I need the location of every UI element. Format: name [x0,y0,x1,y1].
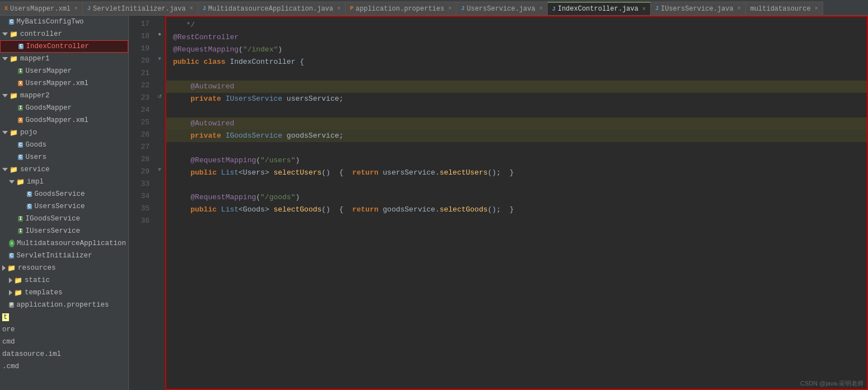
tab-application-props[interactable]: P application.properties × [346,2,456,15]
close-icon[interactable]: × [815,6,818,12]
gutter-item [154,102,165,114]
tab-indexcontroller[interactable]: J IndexController.java × [548,2,651,15]
line-num: 26 [133,129,150,141]
sidebar-item-static[interactable]: 📁 static [0,274,128,286]
sidebar-item-mybatisconfigtwo[interactable]: C MyBatisConfigTwo [0,16,128,28]
code-line-21 [166,68,867,81]
gutter-item: ● [154,28,165,40]
line-num: 29 [133,166,150,178]
close-icon[interactable]: × [539,6,543,12]
sidebar-item-usersmapper-xml[interactable]: X UsersMapper.xml [0,77,128,90]
close-icon[interactable]: × [337,6,340,12]
item-label: GoodsMapper.xml [25,116,88,124]
item-label: datasource.iml [2,350,61,358]
item-label: cmd [2,338,15,346]
item-label: GoodsService [34,190,85,198]
fold-icon[interactable]: ▼ [158,167,161,173]
item-label: resources [18,264,56,272]
item-label: IndexController [26,43,89,50]
gutter-item: ↺ [154,90,165,102]
close-icon[interactable]: × [448,6,451,12]
sidebar-item-goodsservice[interactable]: C GoodsService [0,188,128,200]
sidebar-item-impl[interactable]: 📁 impl [0,176,128,188]
tab-multidatasource-app[interactable]: J MultidatasourceApplication.java × [198,2,346,15]
sidebar-item-cmd[interactable]: cmd [0,336,128,348]
tab-usersmapper-xml[interactable]: X UsersMapper.xml × [0,2,83,15]
sidebar-item-multidatasourceapp[interactable]: S MultidatasourceApplication [0,237,128,250]
line-num: 33 [133,178,150,190]
folder-icon: 📁 [14,276,22,285]
tab-label: ServletInitializer.java [93,5,186,13]
spring-icon: S [9,239,15,247]
props-icon: P [9,302,14,308]
fold-icon[interactable]: ▼ [158,56,161,62]
java-icon: J [655,6,659,12]
line-num: 17 [133,18,150,30]
sidebar-item-indexcontroller[interactable]: C IndexController [0,40,128,53]
tab-multidatasource[interactable]: multidatasource × [746,2,823,15]
editor-area: 17 18 19 20 21 22 23 24 25 26 27 28 29 3… [129,16,868,390]
sidebar-item-users[interactable]: C Users [0,151,128,163]
code-line-24 [166,105,867,118]
sidebar-item-t[interactable]: t [0,311,128,323]
close-icon[interactable]: × [190,6,193,12]
gutter-item [154,188,165,200]
tab-servletinitializer[interactable]: J ServletInitializer.java × [83,2,198,15]
code-container[interactable]: 17 18 19 20 21 22 23 24 25 26 27 28 29 3… [129,16,868,390]
sidebar-item-mapper1[interactable]: 📁 mapper1 [0,53,128,65]
expand-icon [9,278,12,283]
tab-label: application.properties [356,5,444,13]
sidebar-item-resources[interactable]: 📁 resources [0,262,128,274]
line-num: 36 [133,215,150,227]
sidebar-item-usersmapper[interactable]: I UsersMapper [0,65,128,77]
item-label: IGoodsService [25,215,80,223]
class-icon: C [27,191,32,197]
line-numbers: 17 18 19 20 21 22 23 24 25 26 27 28 29 3… [129,16,154,390]
sidebar-item-ore[interactable]: ore [0,323,128,336]
sidebar-item-servletinitializer[interactable]: C ServletInitializer [0,250,128,262]
sidebar-item-cmd2[interactable]: .cmd [0,360,128,373]
sidebar-item-goods[interactable]: C Goods [0,139,128,151]
gutter-item [154,151,165,163]
sidebar-item-iusersservice[interactable]: I IUsersService [0,225,128,237]
sidebar-item-goodsmapper[interactable]: I GoodsMapper [0,102,128,114]
sidebar-item-datasource-iml[interactable]: datasource.iml [0,348,128,360]
item-label: static [25,276,50,284]
gutter-item [154,16,165,28]
sidebar-item-pojo[interactable]: 📁 pojo [0,126,128,139]
item-label: mapper2 [20,92,50,100]
item-label: mapper1 [20,55,50,63]
sidebar-item-usersservice[interactable]: C UsersService [0,200,128,213]
tab-usersservice[interactable]: J UsersService.java × [456,2,547,15]
code-line-17: */ [166,19,867,31]
xml-icon: X [18,81,23,86]
code-line-29: public List<Users> selectUsers() { retur… [166,167,867,179]
sidebar-item-templates[interactable]: 📁 templates [0,286,128,299]
item-label: service [20,166,50,173]
item-label: application.properties [16,301,109,309]
interface-icon: I [18,216,23,222]
sidebar-item-igoodsservice[interactable]: I IGoodsService [0,213,128,225]
close-icon[interactable]: × [642,6,646,12]
close-icon[interactable]: × [74,6,78,12]
tab-iusersservice[interactable]: J IUsersService.java × [651,2,746,15]
sidebar-item-goodsmapper-xml[interactable]: X GoodsMapper.xml [0,114,128,126]
code-editor[interactable]: */ @RestController @RequestMapping("/ind… [165,16,868,390]
tab-label: multidatasource [750,5,811,13]
java-icon: J [87,6,91,12]
sidebar-item-controller[interactable]: 📁 controller [0,28,128,40]
arrow-icon: ↺ [157,92,161,100]
gutter-item: ▼ [154,163,165,176]
sidebar-item-application-props[interactable]: P application.properties [0,299,128,311]
sidebar-item-mapper2[interactable]: 📁 mapper2 [0,90,128,102]
tab-label: UsersMapper.xml [10,5,71,13]
item-label: Goods [25,141,46,149]
folder-icon: 📁 [10,55,18,63]
sidebar-item-service[interactable]: 📁 service [0,163,128,176]
line-num: 34 [133,190,150,203]
expand-icon [2,168,8,171]
class-icon: C [18,44,24,49]
gutter-item [154,200,165,213]
close-icon[interactable]: × [738,6,741,12]
java-icon: J [461,6,464,12]
